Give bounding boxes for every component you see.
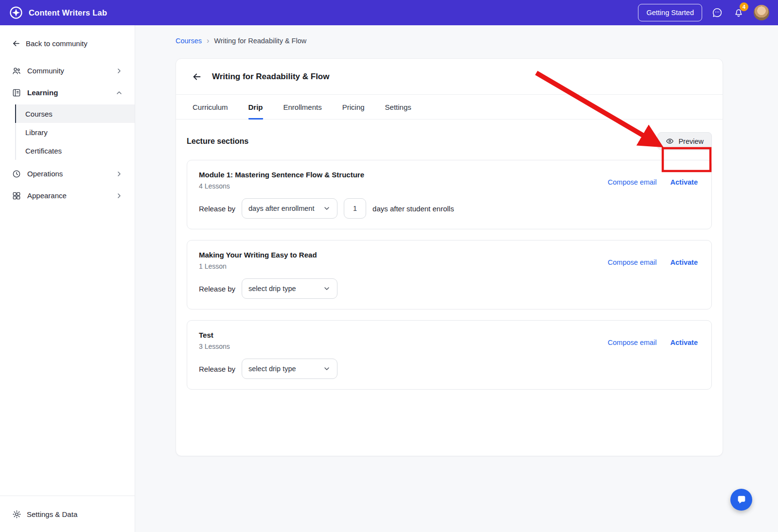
avatar[interactable] — [754, 5, 769, 20]
breadcrumb: Courses › Writing for Readability & Flow — [176, 36, 778, 45]
section-title: Module 1: Mastering Sentence Flow & Stru… — [199, 171, 608, 179]
sidebar-item-appearance[interactable]: Appearance — [0, 185, 135, 206]
sidebar-item-label: Appearance — [27, 191, 109, 200]
release-by-label: Release by — [199, 285, 235, 293]
chevron-right-icon — [115, 192, 123, 200]
lecture-sections-heading: Lecture sections — [187, 137, 248, 146]
messages-button[interactable] — [711, 6, 724, 19]
breadcrumb-separator: › — [207, 36, 209, 45]
drip-type-select[interactable]: select drip type — [242, 359, 337, 379]
chevron-up-icon — [115, 89, 123, 97]
learning-icon — [12, 88, 21, 98]
brand-name: Content Writers Lab — [29, 8, 107, 17]
eye-icon — [666, 137, 674, 145]
brand: Content Writers Lab — [9, 5, 107, 20]
breadcrumb-courses-link[interactable]: Courses — [176, 37, 202, 45]
compose-email-link[interactable]: Compose email — [608, 258, 657, 266]
sidebar-item-learning[interactable]: Learning — [0, 82, 135, 103]
sidebar-item-label: Courses — [25, 110, 53, 118]
settings-and-data-link[interactable]: Settings & Data — [0, 496, 135, 532]
days-suffix-label: days after student enrolls — [372, 205, 454, 213]
course-title: Writing for Readability & Flow — [212, 72, 329, 82]
preview-label: Preview — [678, 137, 704, 145]
sidebar-item-label: Certificates — [25, 147, 62, 155]
drip-type-select[interactable]: select drip type — [242, 278, 337, 299]
drip-panel: Lecture sections Preview Module 1: Maste… — [176, 120, 723, 415]
operations-icon — [12, 169, 21, 179]
gear-icon — [12, 509, 21, 519]
getting-started-button[interactable]: Getting Started — [638, 4, 702, 21]
lecture-section-card: Making Your Writing Easy to Read 1 Lesso… — [187, 240, 712, 309]
chevron-down-icon — [323, 285, 331, 292]
compose-email-link[interactable]: Compose email — [608, 178, 657, 186]
course-back-button[interactable] — [192, 71, 202, 82]
sidebar-item-courses[interactable]: Courses — [15, 104, 135, 123]
breadcrumb-current: Writing for Readability & Flow — [214, 37, 306, 45]
back-arrow-icon — [192, 71, 202, 82]
sidebar-item-community[interactable]: Community — [0, 60, 135, 82]
chat-widget-button[interactable] — [730, 489, 752, 511]
back-to-community-label: Back to community — [26, 39, 88, 48]
chevron-right-icon — [115, 67, 123, 75]
section-lesson-count: 4 Lessons — [199, 182, 608, 190]
section-title: Making Your Writing Easy to Read — [199, 251, 608, 259]
course-tabs: Curriculum Drip Enrollments Pricing Sett… — [176, 95, 723, 120]
brand-logo-icon — [9, 5, 23, 20]
sidebar-item-library[interactable]: Library — [15, 123, 135, 141]
back-arrow-icon — [12, 39, 21, 48]
preview-button[interactable]: Preview — [657, 132, 712, 150]
section-title: Test — [199, 331, 608, 339]
sidebar-item-label: Library — [25, 128, 48, 137]
tab-settings[interactable]: Settings — [385, 95, 411, 120]
sidebar-item-label: Operations — [27, 170, 109, 178]
release-by-label: Release by — [199, 205, 235, 213]
tab-pricing[interactable]: Pricing — [342, 95, 365, 120]
chat-bubble-icon — [736, 495, 747, 505]
drip-type-select[interactable]: days after enrollment — [242, 198, 337, 219]
notification-badge: 4 — [740, 2, 748, 11]
settings-and-data-label: Settings & Data — [27, 510, 77, 518]
top-navbar: Content Writers Lab Getting Started 4 — [0, 0, 778, 25]
chevron-down-icon — [323, 365, 331, 373]
community-icon — [12, 66, 21, 76]
compose-email-link[interactable]: Compose email — [608, 339, 657, 346]
chat-icon — [712, 7, 723, 18]
main-content: Courses › Writing for Readability & Flow… — [135, 25, 778, 532]
tab-drip[interactable]: Drip — [248, 95, 263, 120]
chevron-down-icon — [323, 205, 331, 212]
release-by-label: Release by — [199, 365, 235, 373]
activate-link[interactable]: Activate — [671, 178, 698, 186]
sidebar-item-operations[interactable]: Operations — [0, 163, 135, 185]
tab-enrollments[interactable]: Enrollments — [283, 95, 322, 120]
activate-link[interactable]: Activate — [671, 339, 698, 346]
appearance-icon — [12, 191, 21, 201]
back-to-community-link[interactable]: Back to community — [0, 25, 135, 60]
section-lesson-count: 1 Lesson — [199, 262, 608, 270]
sidebar-item-certificates[interactable]: Certificates — [15, 141, 135, 160]
section-lesson-count: 3 Lessons — [199, 343, 608, 350]
course-header: Writing for Readability & Flow — [176, 59, 723, 95]
lecture-section-card: Module 1: Mastering Sentence Flow & Stru… — [187, 160, 712, 229]
learning-sub-list: Courses Library Certificates — [15, 104, 135, 160]
sidebar-item-label: Learning — [27, 88, 109, 97]
chevron-right-icon — [115, 170, 123, 178]
activate-link[interactable]: Activate — [671, 258, 698, 266]
lecture-section-card: Test 3 Lessons Release by select drip ty… — [187, 320, 712, 390]
days-input[interactable] — [344, 198, 366, 219]
sidebar: Back to community Community Learning Cou… — [0, 25, 135, 532]
tab-curriculum[interactable]: Curriculum — [193, 95, 228, 120]
drip-type-value: days after enrollment — [248, 205, 314, 212]
sidebar-item-label: Community — [27, 67, 109, 75]
drip-type-value: select drip type — [248, 285, 296, 292]
notifications-button[interactable]: 4 — [732, 6, 745, 19]
course-card: Writing for Readability & Flow Curriculu… — [176, 58, 723, 456]
drip-type-value: select drip type — [248, 365, 296, 373]
